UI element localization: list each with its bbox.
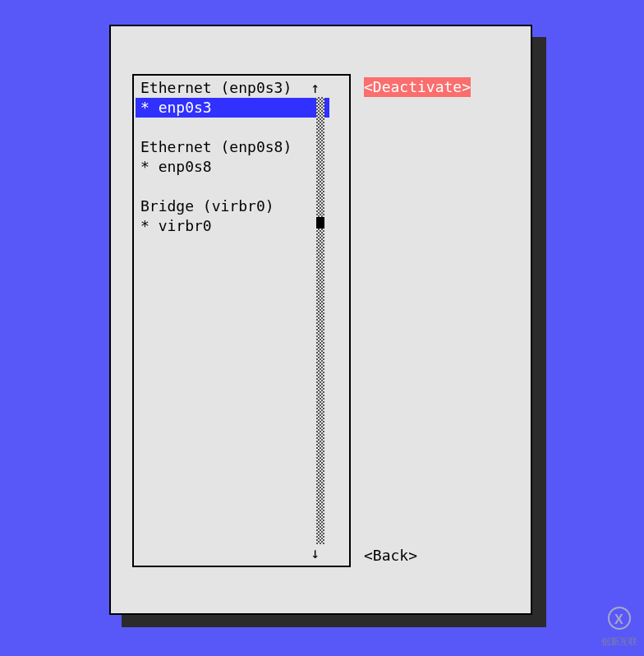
iface-header: Bridge (virbr0) bbox=[136, 196, 329, 216]
scrollbar-thumb[interactable] bbox=[316, 217, 324, 229]
scroll-down-icon[interactable]: ↓ bbox=[310, 543, 320, 563]
connection-list[interactable]: Ethernet (enp0s3) * enp0s3 Ethernet (enp… bbox=[136, 78, 329, 236]
connection-item[interactable]: * enp0s8 bbox=[136, 157, 329, 177]
deactivate-button[interactable]: <Deactivate> bbox=[364, 77, 471, 97]
connection-list-frame: Ethernet (enp0s3) * enp0s3 Ethernet (enp… bbox=[132, 74, 351, 567]
spacer bbox=[136, 177, 329, 196]
connection-item[interactable]: * virbr0 bbox=[136, 216, 329, 236]
spacer bbox=[136, 118, 329, 137]
back-button[interactable]: <Back> bbox=[364, 546, 417, 566]
iface-header: Ethernet (enp0s3) bbox=[136, 78, 329, 98]
watermark-logo-icon bbox=[608, 607, 631, 630]
watermark: 创新互联 bbox=[601, 607, 637, 651]
watermark-text: 创新互联 bbox=[601, 631, 637, 651]
scroll-arrows: ↑ bbox=[310, 78, 320, 98]
iface-header: Ethernet (enp0s8) bbox=[136, 137, 329, 157]
nmtui-dialog: Ethernet (enp0s3) * enp0s3 Ethernet (enp… bbox=[109, 25, 532, 615]
connection-item[interactable]: * enp0s3 bbox=[136, 98, 329, 118]
scrollbar-track[interactable] bbox=[316, 97, 324, 544]
scroll-up-icon[interactable]: ↑ bbox=[310, 78, 320, 98]
